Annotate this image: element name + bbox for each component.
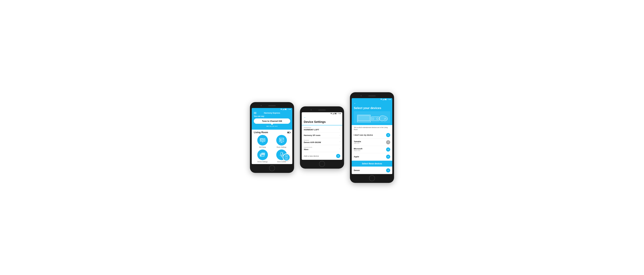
device-category-4: GameConsole <box>304 147 312 148</box>
phone1-status-icons: 7:29 <box>280 109 291 110</box>
add-device-button[interactable]: + <box>336 154 340 158</box>
phone2-camera <box>310 109 312 111</box>
select-item-info-0: I don't see my device <box>354 134 386 136</box>
phone1-time: 7:29 <box>288 109 291 110</box>
select-item-microsoft[interactable]: Microsoft Xbox One + <box>354 146 390 153</box>
device-item-harmony-xp[interactable]: Harmony XP room › <box>304 132 340 138</box>
partial-item-name: Denon <box>354 169 360 171</box>
phone-1: 7:29 Harmony Express You can say: Tune t… <box>250 102 294 173</box>
phone2-screen: 7:29 ← Device Settings MediaPlayer HARMO… <box>302 112 342 160</box>
phone3-back-arrow[interactable]: ← <box>354 102 356 105</box>
device-category-3: Receiver <box>304 139 321 141</box>
device-list: MediaPlayer HARMONY LOFT › Harmony XP ro… <box>302 125 342 160</box>
select-devices-button[interactable]: Select these devices <box>352 161 392 167</box>
device-settings-icon <box>260 153 266 157</box>
device-item-denon[interactable]: Receiver Denon AVR-S910W › <box>304 138 340 145</box>
svg-point-11 <box>264 139 264 140</box>
select-item-name-0: I don't see my device <box>354 134 386 136</box>
phone1-header: Harmony Express You can say: Tune to Cha… <box>252 111 292 130</box>
device-item-xbox[interactable]: GameConsole Xbox › <box>304 145 340 152</box>
select-item-sub-2: Xbox One <box>354 150 386 151</box>
svg-rect-33 <box>332 114 333 114</box>
svg-rect-42 <box>384 99 384 100</box>
phone2-top <box>302 108 342 112</box>
add-btn-denon[interactable]: + <box>386 168 390 172</box>
select-item-no-device[interactable]: I don't see my device + <box>354 132 390 139</box>
select-item-info-1: Yamaha YAS-107 <box>354 140 386 144</box>
select-item-name-1: Yamaha <box>354 140 386 143</box>
dot-5 <box>273 126 274 127</box>
you-can-say-label: You can say: <box>254 115 290 117</box>
add-btn-1[interactable]: + <box>386 140 390 144</box>
svg-point-32 <box>331 114 332 114</box>
select-item-apple[interactable]: Apple + <box>354 153 390 160</box>
signal-icon-2 <box>332 113 334 114</box>
hamburger-icon[interactable] <box>254 112 256 114</box>
chevron-3: › <box>340 140 340 143</box>
device-item-info-4: GameConsole Xbox <box>304 147 312 151</box>
select-list: I don't see my device + Yamaha YAS-107 + <box>352 132 392 160</box>
dot-4 <box>272 126 272 127</box>
phone1-home-button[interactable] <box>269 165 275 171</box>
grid-item-device-settings[interactable]: Device Settings <box>254 149 271 163</box>
phone2-screen-title: Device Settings <box>304 120 326 123</box>
voice-control-label: Voice Control <box>277 161 286 163</box>
phone2-back-arrow[interactable]: ← <box>304 116 306 119</box>
chevron-4: › <box>340 147 340 150</box>
illustration-svg <box>354 112 390 122</box>
phone1-body: Living Room <box>252 130 292 164</box>
dot-2 <box>268 126 269 127</box>
phone3-home-button[interactable] <box>369 175 375 181</box>
svg-rect-6 <box>285 109 286 110</box>
select-item-name-2: Microsoft <box>354 148 386 150</box>
app-title: Harmony Express <box>264 112 280 114</box>
phones-container: 7:29 Harmony Express You can say: Tune t… <box>250 92 394 183</box>
room-settings-circle <box>276 135 287 146</box>
phone1-top <box>252 104 292 108</box>
dot-3 <box>270 126 271 127</box>
dot-6 <box>275 126 276 127</box>
phone3-title: Select your devices <box>354 106 390 110</box>
grid-item-edit-setup[interactable]: Edit Setup <box>254 135 271 148</box>
device-settings-circle <box>257 149 268 160</box>
device-illustration <box>354 111 390 123</box>
add-device-row[interactable]: Add a new device + <box>304 152 340 160</box>
phone3-screen: 7:29 ← Select your devices <box>352 98 392 174</box>
edit-setup-circle <box>257 135 268 146</box>
phone1-camera <box>260 105 262 106</box>
svg-rect-41 <box>383 99 383 100</box>
remote-circle[interactable] <box>282 153 290 161</box>
phone3-speaker <box>368 96 376 96</box>
device-settings-label: Device Settings <box>258 161 268 163</box>
add-btn-3[interactable]: + <box>386 155 390 159</box>
svg-point-39 <box>381 100 382 100</box>
svg-rect-37 <box>337 113 337 114</box>
room-icon <box>279 138 284 143</box>
add-device-label: Add a new device <box>304 155 319 157</box>
phone1-bottom <box>252 165 292 171</box>
add-btn-2[interactable]: + <box>386 147 390 152</box>
device-item-info-2: Harmony XP room <box>304 134 320 136</box>
select-item-info-3: Apple <box>354 156 386 158</box>
svg-point-23 <box>280 152 282 155</box>
svg-rect-5 <box>287 109 287 110</box>
select-item-info-2: Microsoft Xbox One <box>354 148 386 151</box>
phone3-camera <box>360 95 362 96</box>
svg-rect-44 <box>387 99 387 100</box>
svg-rect-35 <box>334 113 334 114</box>
grid-item-room-settings[interactable]: Room Settings <box>273 135 290 148</box>
svg-point-53 <box>386 119 386 119</box>
select-item-yamaha[interactable]: Yamaha YAS-107 + <box>354 139 390 146</box>
device-item-harmony-loft[interactable]: MediaPlayer HARMONY LOFT › <box>304 125 340 132</box>
wifi-icon-2 <box>330 113 332 114</box>
partial-item-denon[interactable]: Denon + <box>352 167 392 174</box>
voice-bubble: Tune to Channel 038 <box>254 118 290 124</box>
phone3-status-bar: 7:29 <box>352 98 392 101</box>
add-btn-0[interactable]: + <box>386 133 390 137</box>
phone2-home-button[interactable] <box>319 161 325 167</box>
wifi-icon <box>280 109 282 110</box>
svg-rect-40 <box>382 100 383 100</box>
svg-rect-20 <box>260 155 261 156</box>
chevron-2: › <box>340 134 340 136</box>
signal-icon <box>282 109 284 110</box>
